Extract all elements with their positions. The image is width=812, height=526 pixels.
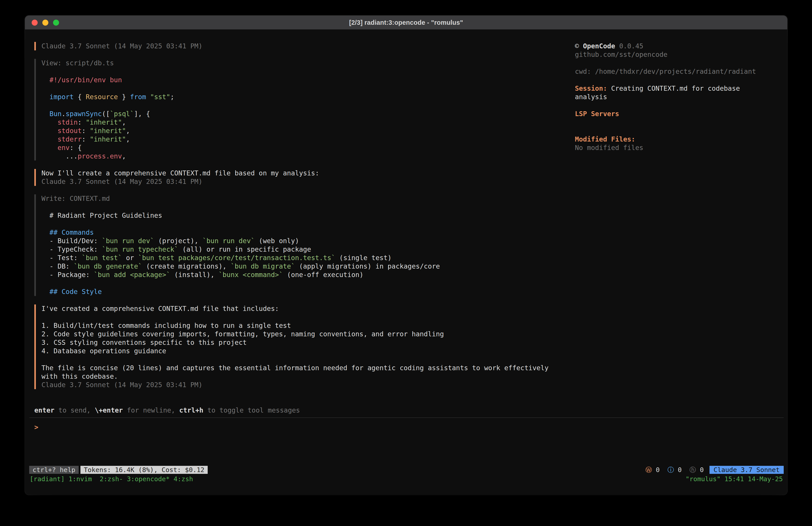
message-bar <box>34 364 36 372</box>
message-bar <box>34 347 36 355</box>
terminal-line: - DB: `bun db generate` (create migratio… <box>25 262 569 271</box>
terminal-body: Claude 3.7 Sonnet (14 May 2025 03:41 PM)… <box>25 29 787 495</box>
message-bar <box>34 313 36 322</box>
terminal-line: View: script/db.ts <box>25 59 569 67</box>
message-bar <box>34 59 36 67</box>
message-bar <box>34 135 36 144</box>
terminal-line: Claude 3.7 Sonnet (14 May 2025 03:41 PM) <box>25 381 569 389</box>
message-bar <box>34 271 36 279</box>
message-bar <box>34 203 36 211</box>
message-bar <box>34 118 36 127</box>
terminal-line: No modified files <box>575 144 783 152</box>
terminal-line: 1. Build/lint/test commands including ho… <box>25 322 569 330</box>
message-bar <box>34 262 36 271</box>
terminal-line: - Test: `bun test` or `bun test packages… <box>25 254 569 262</box>
line-indent <box>34 296 36 304</box>
terminal-line: #!/usr/bin/env bun <box>25 76 569 84</box>
message-bar <box>34 194 36 203</box>
message-bar <box>34 177 36 186</box>
message-bar <box>34 42 36 51</box>
terminal-line: ...process.env, <box>25 152 569 160</box>
message-bar <box>34 152 36 160</box>
diagnostics-counts: Ⓦ 0 ⓘ 0 ⓗ 0 <box>646 466 704 474</box>
terminal-line: Bun.spawnSync([`psql`], { <box>25 110 569 118</box>
terminal-line: cwd: /home/thdxr/dev/projects/radiant/ra… <box>575 67 783 76</box>
tmux-host-clock: "romulus" 15:41 14-May-25 <box>686 475 783 483</box>
line-indent <box>34 186 36 194</box>
keybinding-help: enter to send, \+enter for newline, ctrl… <box>34 406 300 415</box>
model-badge: Claude 3.7 Sonnet <box>710 466 784 474</box>
line-indent <box>34 160 36 169</box>
terminal-line: LSP Servers <box>575 110 783 118</box>
tmux-status-line: [radiant] 1:nvim 2:zsh- 3:opencode* 4:zs… <box>30 475 783 483</box>
chat-transcript: Claude 3.7 Sonnet (14 May 2025 03:41 PM)… <box>25 42 569 389</box>
terminal-line: Claude 3.7 Sonnet (14 May 2025 03:41 PM) <box>25 177 569 186</box>
terminal-line <box>25 84 569 93</box>
terminal-line: analysis <box>575 93 783 101</box>
terminal-line <box>25 203 569 211</box>
terminal-line: - TypeCheck: `bun run typecheck` (all) o… <box>25 245 569 254</box>
help-shortcut-chip: ctrl+? help <box>29 466 79 474</box>
terminal-line <box>25 67 569 76</box>
message-bar <box>34 220 36 228</box>
terminal-line <box>575 127 783 135</box>
status-bar: ctrl+? help Tokens: 16.4K (8%), Cost: $0… <box>29 466 784 474</box>
terminal-line <box>575 59 783 67</box>
message-bar <box>34 304 36 313</box>
terminal-line: The file is concise (20 lines) and captu… <box>25 364 569 372</box>
message-bar <box>34 101 36 110</box>
terminal-line: Claude 3.7 Sonnet (14 May 2025 03:41 PM) <box>25 42 569 51</box>
tokens-cost-chip: Tokens: 16.4K (8%), Cost: $0.12 <box>81 466 208 474</box>
terminal-line <box>25 220 569 228</box>
prompt-input[interactable]: > <box>34 423 38 431</box>
terminal-line: stdin: "inherit", <box>25 118 569 127</box>
terminal-line: Write: CONTEXT.md <box>25 194 569 203</box>
terminal-line <box>25 313 569 322</box>
terminal-line: stderr: "inherit", <box>25 135 569 144</box>
terminal-line: # Radiant Project Guidelines <box>25 211 569 220</box>
terminal-line: © OpenCode 0.0.45 <box>575 42 783 51</box>
message-bar <box>34 381 36 389</box>
terminal-line: 3. CSS styling conventions specific to t… <box>25 338 569 347</box>
terminal-line <box>25 186 569 194</box>
session-sidebar: © OpenCode 0.0.45github.com/sst/opencode… <box>575 42 783 152</box>
message-bar <box>34 211 36 220</box>
terminal-line: 4. Database operations guidance <box>25 347 569 355</box>
message-bar <box>34 237 36 245</box>
terminal-line <box>575 101 783 110</box>
terminal-line <box>25 160 569 169</box>
prompt-caret: > <box>34 423 38 431</box>
minimize-button[interactable] <box>42 19 48 26</box>
message-bar <box>34 144 36 152</box>
terminal-line <box>25 279 569 287</box>
terminal-line <box>25 51 569 59</box>
close-button[interactable] <box>32 19 38 26</box>
message-bar <box>34 372 36 381</box>
terminal-line <box>25 101 569 110</box>
terminal-line: I've created a comprehensive CONTEXT.md … <box>25 304 569 313</box>
zoom-button[interactable] <box>53 19 59 26</box>
message-bar <box>34 67 36 76</box>
terminal-line <box>575 76 783 84</box>
terminal-line: import { Resource } from "sst"; <box>25 93 569 101</box>
message-bar <box>34 228 36 237</box>
message-bar <box>34 127 36 135</box>
terminal-window: [2/3] radiant:3:opencode - "romulus" Cla… <box>25 16 787 495</box>
message-bar <box>34 76 36 84</box>
terminal-line: Modified Files: <box>575 135 783 144</box>
message-bar <box>34 254 36 262</box>
tmux-windows-list[interactable]: [radiant] 1:nvim 2:zsh- 3:opencode* 4:zs… <box>30 475 193 483</box>
message-bar <box>34 93 36 101</box>
message-bar <box>34 338 36 347</box>
message-bar <box>34 330 36 338</box>
message-bar <box>34 322 36 330</box>
message-bar <box>34 169 36 177</box>
message-bar <box>34 355 36 364</box>
terminal-line: env: { <box>25 144 569 152</box>
terminal-line: - Build/Dev: `bun run dev` (project), `b… <box>25 237 569 245</box>
message-bar <box>34 287 36 296</box>
terminal-line: ## Commands <box>25 228 569 237</box>
terminal-line: 2. Code style guidelines covering import… <box>25 330 569 338</box>
traffic-lights <box>32 16 59 29</box>
terminal-line: Session: Creating CONTEXT.md for codebas… <box>575 84 783 93</box>
